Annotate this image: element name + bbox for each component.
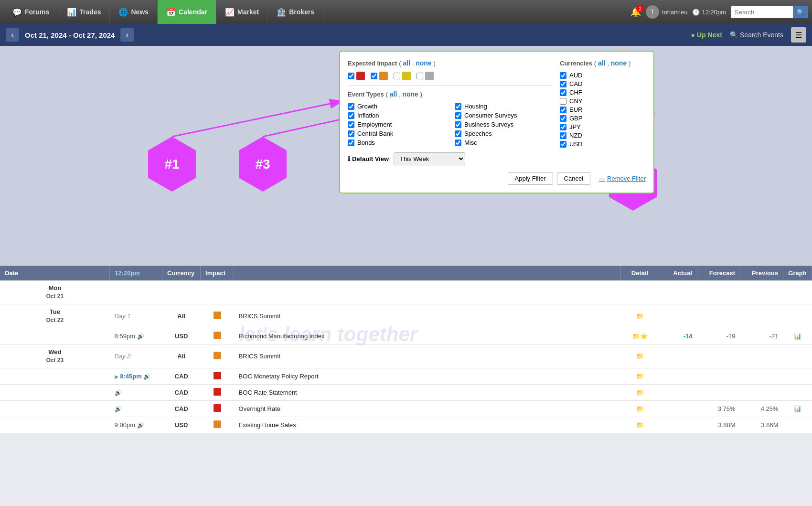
jpy-checkbox[interactable] (560, 124, 566, 130)
event-type-bonds: Bonds (348, 139, 445, 146)
aud-checkbox[interactable] (560, 72, 566, 79)
event-type-inflation: Inflation (348, 112, 445, 119)
col-actual: Actual (659, 266, 697, 280)
default-view-row: ℹ Default View This Week Next Week This … (348, 152, 646, 165)
nzd-checkbox[interactable] (560, 132, 566, 139)
event-name: Existing Home Sales (234, 417, 621, 433)
inflation-checkbox[interactable] (348, 112, 354, 119)
up-next-button[interactable]: ● Up Next (691, 31, 722, 39)
search-events-button[interactable]: 🔍 Search Events (730, 31, 783, 39)
detail-icon[interactable]: 📁⭐ (621, 328, 659, 344)
detail-icon[interactable]: 📁 (621, 304, 659, 328)
search-events-icon: 🔍 (730, 31, 738, 39)
event-types-title: Event Types ( all , none ) (348, 90, 552, 98)
previous-cell: 3.86M (740, 417, 783, 433)
prev-week-button[interactable]: ‹ (6, 28, 19, 42)
col-time: 12:20pm (110, 266, 162, 280)
nav-calendar[interactable]: 📅 Calendar (158, 0, 216, 24)
bonds-checkbox[interactable] (348, 140, 354, 146)
event-type-misc: Misc (455, 139, 552, 146)
impact-gray-flag (425, 72, 434, 80)
col-previous: Previous (740, 266, 783, 280)
col-graph: Graph (783, 266, 812, 280)
col-event (234, 266, 621, 280)
impact-red-checkbox[interactable] (348, 73, 354, 79)
impact-all-link[interactable]: all (403, 59, 410, 67)
notification-bell[interactable]: 🔔 2 (630, 7, 641, 17)
remove-filter-link[interactable]: — Remove Filter (599, 175, 646, 182)
previous-cell: 4.25% (740, 400, 783, 417)
orange-flag-icon (214, 420, 221, 428)
clock-icon: 🕐 (692, 9, 700, 16)
impact-checkboxes (348, 72, 552, 80)
graph-icon[interactable]: 📊 (783, 400, 812, 417)
cad-checkbox[interactable] (560, 81, 566, 87)
user-info[interactable]: T tohaitrieu (646, 5, 687, 19)
impact-gray-checkbox[interactable] (417, 73, 423, 79)
filter-toggle-button[interactable]: ☰ (791, 27, 806, 43)
gbp-checkbox[interactable] (560, 115, 566, 122)
central-bank-checkbox[interactable] (348, 130, 354, 137)
consumer-surveys-checkbox[interactable] (455, 112, 461, 119)
date-cell: Tue Oct 22 (0, 304, 110, 328)
chf-checkbox[interactable] (560, 89, 566, 96)
news-icon: 🌐 (118, 8, 128, 17)
currencies-all-link[interactable]: all (598, 59, 606, 67)
detail-icon[interactable]: 📁 (621, 384, 659, 400)
detail-icon[interactable]: 📁 (621, 400, 659, 417)
cny-checkbox[interactable] (560, 98, 566, 105)
current-time: 12:20pm (702, 9, 726, 16)
nav-market[interactable]: 📈 Market (216, 0, 268, 24)
cancel-button[interactable]: Cancel (557, 172, 590, 185)
misc-checkbox[interactable] (455, 140, 461, 146)
sound-icon: 🔊 (115, 406, 122, 412)
nav-trades[interactable]: 📊 Trades (58, 0, 110, 24)
impact-cell (201, 344, 234, 368)
impact-yellow-flag (402, 72, 411, 80)
apply-filter-button[interactable]: Apply Filter (508, 172, 553, 185)
event-types-all-link[interactable]: all (390, 90, 397, 98)
event-types-none-link[interactable]: none (402, 90, 418, 98)
table-row: 🔊 CAD Overnight Rate 📁 3.75% 4.25% 📊 (0, 400, 812, 417)
detail-icon[interactable]: 📁 (621, 368, 659, 384)
forecast-cell: 3.75% (697, 400, 740, 417)
time-cell: Day 2 (110, 344, 162, 368)
graph-icon[interactable]: 📊 (783, 328, 812, 344)
impact-cell (201, 384, 234, 400)
calendar-header: ‹ Oct 21, 2024 - Oct 27, 2024 › ● Up Nex… (0, 24, 812, 46)
business-surveys-checkbox[interactable] (455, 121, 461, 128)
impact-yellow-checkbox[interactable] (394, 73, 400, 79)
detail-icon[interactable]: 📁 (621, 344, 659, 368)
currency-list: AUD CAD CHF CNY (560, 72, 646, 148)
nav-forums[interactable]: 💬 Forums (4, 0, 58, 24)
next-week-button[interactable]: › (120, 28, 134, 42)
svg-line-1 (172, 101, 344, 137)
sound-icon: 🔊 (115, 389, 122, 396)
red-flag-icon (214, 388, 221, 396)
forecast-cell: -19 (697, 328, 740, 344)
impact-none-link[interactable]: none (416, 59, 431, 67)
default-view-select[interactable]: This Week Next Week This Month Custom (394, 152, 465, 165)
currencies-none-link[interactable]: none (611, 59, 627, 67)
time-cell: 8:59pm 🔊 (110, 328, 162, 344)
search-input[interactable] (731, 7, 793, 18)
up-next-dot: ● (691, 31, 695, 39)
nav-news[interactable]: 🌐 News (110, 0, 158, 24)
usd-checkbox[interactable] (560, 141, 566, 148)
speeches-checkbox[interactable] (455, 130, 461, 137)
event-name: BOC Rate Statement (234, 384, 621, 400)
growth-checkbox[interactable] (348, 103, 354, 110)
date-range: Oct 21, 2024 - Oct 27, 2024 (25, 31, 115, 39)
nav-brokers[interactable]: 🏦 Brokers (268, 0, 323, 24)
date-cell: Mon Oct 21 (0, 280, 110, 304)
employment-checkbox[interactable] (348, 121, 354, 128)
impact-cell (201, 417, 234, 433)
search-button[interactable]: 🔍 (793, 6, 808, 18)
housing-checkbox[interactable] (455, 103, 461, 110)
event-type-central-bank: Central Bank (348, 130, 445, 137)
brokers-icon: 🏦 (277, 8, 286, 17)
impact-orange-checkbox[interactable] (371, 73, 377, 79)
detail-icon[interactable]: 📁 (621, 417, 659, 433)
avatar: T (646, 5, 659, 19)
eur-checkbox[interactable] (560, 107, 566, 113)
